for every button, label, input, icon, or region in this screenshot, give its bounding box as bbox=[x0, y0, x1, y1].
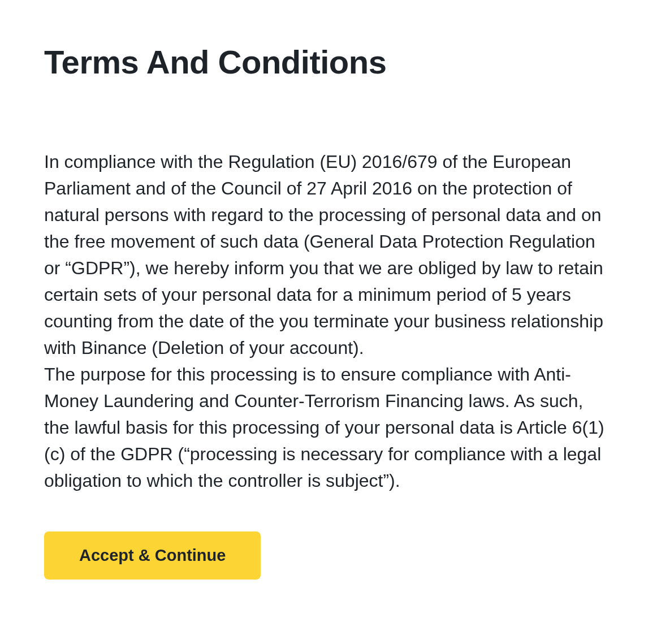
terms-body-text: In compliance with the Regulation (EU) 2… bbox=[44, 149, 613, 494]
page-title: Terms And Conditions bbox=[44, 43, 613, 81]
accept-continue-button[interactable]: Accept & Continue bbox=[44, 531, 261, 580]
